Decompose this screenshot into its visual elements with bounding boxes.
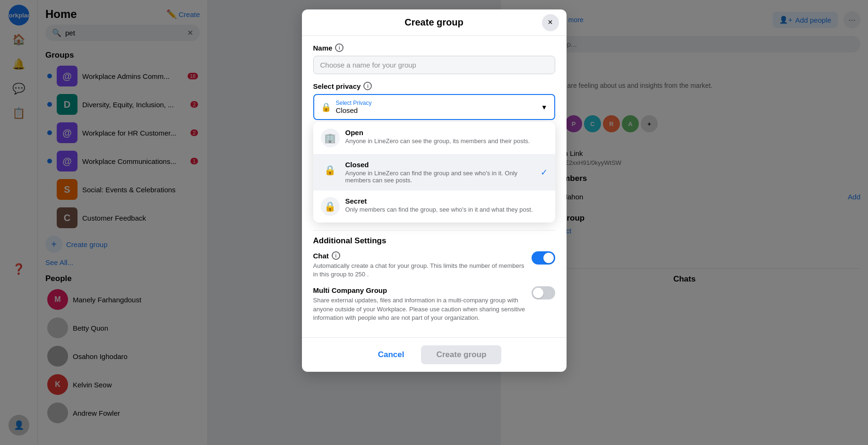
- privacy-dropdown[interactable]: 🔒 Select Privacy Closed ▼: [313, 94, 555, 120]
- modal-footer: Cancel Create group: [302, 337, 567, 372]
- chat-setting-name: Chat i: [313, 251, 526, 260]
- closed-privacy-desc: Anyone in LineZero can find the group an…: [345, 170, 535, 184]
- privacy-field-label: Select privacy i: [313, 82, 555, 90]
- open-privacy-name: Open: [345, 128, 548, 137]
- additional-settings: Additional Settings Chat i Automatically…: [313, 230, 555, 322]
- create-group-button[interactable]: Create group: [421, 345, 501, 364]
- multi-company-label: Multi Company Group: [313, 286, 387, 294]
- chat-label: Chat: [313, 252, 329, 260]
- secret-privacy-name: Secret: [345, 197, 548, 205]
- secret-privacy-desc: Only members can find the group, see who…: [345, 206, 548, 213]
- secret-privacy-icon: 🔒: [321, 197, 340, 216]
- name-field-label: Name i: [313, 43, 555, 52]
- open-privacy-icon: 🏢: [321, 128, 340, 147]
- additional-settings-title: Additional Settings: [313, 236, 555, 246]
- closed-privacy-icon: 🔒: [321, 161, 340, 180]
- privacy-option-closed[interactable]: 🔒 Closed Anyone in LineZero can find the…: [313, 154, 555, 190]
- multi-company-toggle[interactable]: [532, 286, 555, 300]
- secret-privacy-text: Secret Only members can find the group, …: [345, 197, 548, 213]
- modal-overlay: Create group × Name i Select privacy i 🔒…: [0, 0, 868, 445]
- closed-privacy-check-icon: ✓: [541, 167, 548, 178]
- multi-company-setting-name: Multi Company Group: [313, 286, 526, 294]
- multi-company-setting-row: Multi Company Group Share external updat…: [313, 286, 555, 322]
- multi-company-setting-info: Multi Company Group Share external updat…: [313, 286, 526, 322]
- lock-icon: 🔒: [321, 102, 331, 112]
- privacy-selected-value: Closed: [336, 106, 536, 114]
- chat-toggle[interactable]: [532, 251, 555, 265]
- closed-privacy-name: Closed: [345, 161, 535, 169]
- chat-setting-row: Chat i Automatically create a chat for y…: [313, 251, 555, 279]
- privacy-info-icon[interactable]: i: [363, 82, 372, 90]
- privacy-option-open[interactable]: 🏢 Open Anyone in LineZero can see the gr…: [313, 122, 555, 154]
- modal-header: Create group ×: [302, 9, 567, 36]
- cancel-button[interactable]: Cancel: [367, 345, 416, 364]
- chat-setting-info: Chat i Automatically create a chat for y…: [313, 251, 526, 279]
- close-modal-button[interactable]: ×: [542, 14, 559, 31]
- group-name-input[interactable]: [313, 56, 555, 74]
- privacy-label-text: Select privacy: [313, 82, 361, 90]
- privacy-selected: Select Privacy Closed: [336, 100, 536, 114]
- open-privacy-desc: Anyone in LineZero can see the group, it…: [345, 137, 548, 145]
- chevron-down-icon: ▼: [541, 103, 548, 111]
- privacy-selected-label: Select Privacy: [336, 100, 536, 106]
- create-group-modal: Create group × Name i Select privacy i 🔒…: [302, 9, 567, 372]
- chat-setting-desc: Automatically create a chat for your gro…: [313, 262, 526, 279]
- name-label-text: Name: [313, 44, 333, 52]
- modal-body: Name i Select privacy i 🔒 Select Privacy…: [302, 36, 567, 337]
- privacy-option-secret[interactable]: 🔒 Secret Only members can find the group…: [313, 190, 555, 222]
- name-info-icon[interactable]: i: [335, 43, 344, 52]
- closed-privacy-text: Closed Anyone in LineZero can find the g…: [345, 161, 535, 184]
- multi-company-setting-desc: Share external updates, files and inform…: [313, 296, 526, 322]
- modal-title: Create group: [404, 17, 463, 28]
- privacy-options-menu: 🏢 Open Anyone in LineZero can see the gr…: [313, 122, 555, 222]
- chat-info-icon[interactable]: i: [332, 251, 340, 260]
- open-privacy-text: Open Anyone in LineZero can see the grou…: [345, 128, 548, 145]
